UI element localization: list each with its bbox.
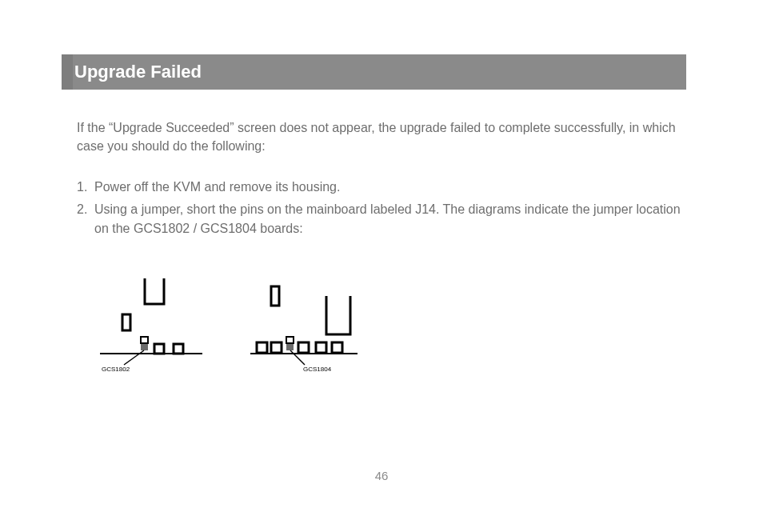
svg-line-4	[124, 350, 144, 365]
svg-rect-8	[271, 286, 279, 306]
list-item: 1. Power off the KVM and remove its hous…	[77, 178, 685, 197]
svg-rect-12	[286, 337, 294, 343]
svg-rect-15	[316, 342, 326, 353]
diagram-label-left: GCS1802	[102, 366, 130, 373]
svg-rect-11	[286, 343, 294, 350]
manual-page: Upgrade Failed If the “Upgrade Succeeded…	[0, 0, 763, 532]
svg-rect-1	[122, 314, 130, 330]
list-item: 2. Using a jumper, short the pins on the…	[77, 200, 685, 238]
intro-paragraph: If the “Upgrade Succeeded” screen does n…	[77, 118, 685, 155]
steps-list: 1. Power off the KVM and remove its hous…	[77, 178, 685, 242]
page-number: 46	[0, 469, 763, 482]
diagram-label-right: GCS1804	[303, 366, 332, 373]
step-text: Power off the KVM and remove its housing…	[94, 178, 685, 197]
step-number: 1.	[77, 178, 94, 197]
svg-rect-3	[141, 337, 148, 343]
svg-rect-16	[332, 342, 342, 353]
step-number: 2.	[77, 200, 94, 238]
svg-rect-6	[174, 344, 183, 354]
svg-rect-14	[298, 342, 309, 353]
svg-rect-10	[271, 342, 282, 353]
step-text: Using a jumper, short the pins on the ma…	[94, 200, 685, 238]
svg-rect-9	[257, 342, 267, 353]
board-diagram: GCS1802 GCS1804	[92, 270, 364, 382]
section-title: Upgrade Failed	[74, 62, 202, 82]
section-title-bar: Upgrade Failed	[62, 54, 686, 90]
title-accent	[62, 54, 73, 90]
svg-rect-5	[154, 344, 164, 354]
svg-rect-2	[141, 343, 148, 350]
